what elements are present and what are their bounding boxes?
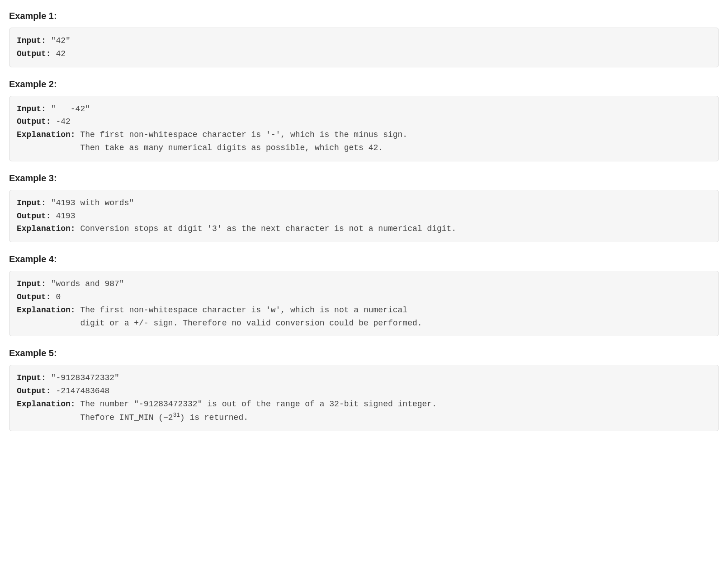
input-value: "words and 987" xyxy=(46,279,124,288)
explanation-text: The number "-91283472332" is out of the … xyxy=(76,400,437,409)
example-heading: Example 2: xyxy=(9,79,719,89)
explanation-text: The first non-whitespace character is 'w… xyxy=(76,306,412,315)
superscript: 31 xyxy=(173,412,180,419)
input-value: "4193 with words" xyxy=(46,198,134,207)
output-label: Output: xyxy=(17,386,51,395)
input-value: "42" xyxy=(46,36,71,45)
input-label: Input: xyxy=(17,373,46,382)
output-label: Output: xyxy=(17,117,51,126)
code-block: Input: " -42" Output: -42 Explanation: T… xyxy=(9,96,719,161)
output-value: -2147483648 xyxy=(51,386,110,395)
code-block: Input: "words and 987" Output: 0 Explana… xyxy=(9,271,719,336)
example-heading: Example 1: xyxy=(9,11,719,21)
explanation-label: Explanation: xyxy=(17,400,76,409)
explanation-text: Conversion stops at digit '3' as the nex… xyxy=(76,224,457,233)
input-label: Input: xyxy=(17,36,46,45)
input-value: " -42" xyxy=(46,104,90,113)
explanation-text: digit or a +/- sign. Therefore no valid … xyxy=(17,319,422,328)
output-value: -42 xyxy=(51,117,71,126)
code-block: Input: "42" Output: 42 xyxy=(9,28,719,67)
output-value: 0 xyxy=(51,292,61,301)
code-block: Input: "-91283472332" Output: -214748364… xyxy=(9,365,719,431)
input-label: Input: xyxy=(17,279,46,288)
code-block: Input: "4193 with words" Output: 4193 Ex… xyxy=(9,190,719,242)
example-heading: Example 3: xyxy=(9,173,719,183)
output-label: Output: xyxy=(17,292,51,301)
output-value: 4193 xyxy=(51,212,76,221)
input-label: Input: xyxy=(17,104,46,113)
output-label: Output: xyxy=(17,49,51,58)
output-value: 42 xyxy=(51,49,66,58)
explanation-text: Thefore INT_MIN (−2 xyxy=(17,413,173,422)
explanation-label: Explanation: xyxy=(17,224,76,233)
example-heading: Example 4: xyxy=(9,254,719,264)
explanation-text: ) is returned. xyxy=(180,413,248,422)
example-heading: Example 5: xyxy=(9,348,719,358)
input-value: "-91283472332" xyxy=(46,373,119,382)
output-label: Output: xyxy=(17,212,51,221)
explanation-text: The first non-whitespace character is '-… xyxy=(76,130,408,139)
explanation-text: Then take as many numerical digits as po… xyxy=(17,143,383,152)
explanation-label: Explanation: xyxy=(17,130,76,139)
input-label: Input: xyxy=(17,198,46,207)
explanation-label: Explanation: xyxy=(17,306,76,315)
